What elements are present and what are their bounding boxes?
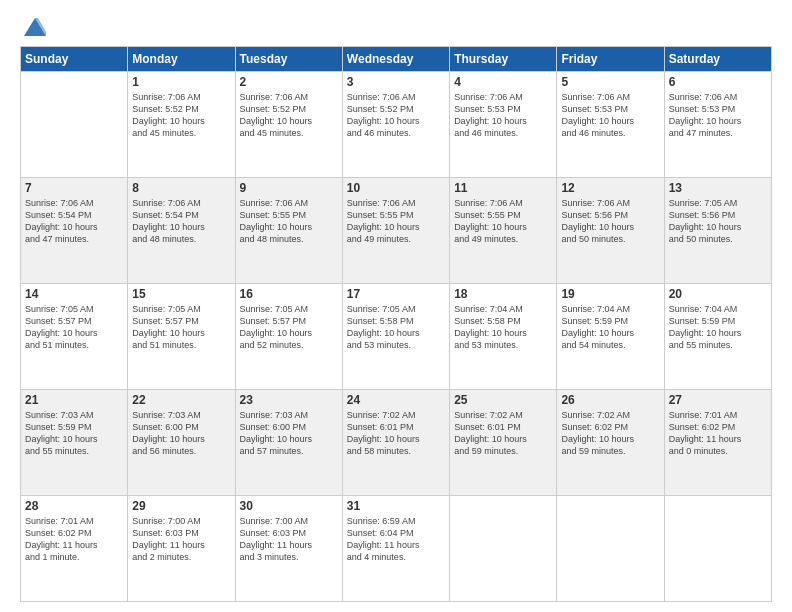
day-number: 27: [669, 393, 767, 407]
day-info: Sunrise: 7:06 AM Sunset: 5:53 PM Dayligh…: [669, 91, 767, 140]
header: [20, 18, 772, 36]
day-info: Sunrise: 7:05 AM Sunset: 5:57 PM Dayligh…: [25, 303, 123, 352]
weekday-sunday: Sunday: [21, 47, 128, 72]
calendar-cell: 17Sunrise: 7:05 AM Sunset: 5:58 PM Dayli…: [342, 284, 449, 390]
day-info: Sunrise: 7:05 AM Sunset: 5:57 PM Dayligh…: [132, 303, 230, 352]
week-row-1: 7Sunrise: 7:06 AM Sunset: 5:54 PM Daylig…: [21, 178, 772, 284]
day-number: 25: [454, 393, 552, 407]
day-info: Sunrise: 7:06 AM Sunset: 5:55 PM Dayligh…: [240, 197, 338, 246]
day-number: 28: [25, 499, 123, 513]
calendar-cell: [21, 72, 128, 178]
weekday-friday: Friday: [557, 47, 664, 72]
day-number: 23: [240, 393, 338, 407]
day-info: Sunrise: 7:04 AM Sunset: 5:58 PM Dayligh…: [454, 303, 552, 352]
day-info: Sunrise: 7:06 AM Sunset: 5:53 PM Dayligh…: [454, 91, 552, 140]
calendar-cell: 28Sunrise: 7:01 AM Sunset: 6:02 PM Dayli…: [21, 496, 128, 602]
day-number: 2: [240, 75, 338, 89]
calendar-cell: 25Sunrise: 7:02 AM Sunset: 6:01 PM Dayli…: [450, 390, 557, 496]
calendar-cell: 15Sunrise: 7:05 AM Sunset: 5:57 PM Dayli…: [128, 284, 235, 390]
weekday-thursday: Thursday: [450, 47, 557, 72]
day-number: 15: [132, 287, 230, 301]
weekday-saturday: Saturday: [664, 47, 771, 72]
calendar-cell: 27Sunrise: 7:01 AM Sunset: 6:02 PM Dayli…: [664, 390, 771, 496]
day-info: Sunrise: 7:05 AM Sunset: 5:56 PM Dayligh…: [669, 197, 767, 246]
calendar-cell: 4Sunrise: 7:06 AM Sunset: 5:53 PM Daylig…: [450, 72, 557, 178]
day-number: 29: [132, 499, 230, 513]
calendar-cell: 3Sunrise: 7:06 AM Sunset: 5:52 PM Daylig…: [342, 72, 449, 178]
day-info: Sunrise: 7:00 AM Sunset: 6:03 PM Dayligh…: [240, 515, 338, 564]
calendar-cell: 19Sunrise: 7:04 AM Sunset: 5:59 PM Dayli…: [557, 284, 664, 390]
day-number: 18: [454, 287, 552, 301]
day-info: Sunrise: 7:06 AM Sunset: 5:52 PM Dayligh…: [132, 91, 230, 140]
day-info: Sunrise: 7:02 AM Sunset: 6:02 PM Dayligh…: [561, 409, 659, 458]
day-number: 10: [347, 181, 445, 195]
day-info: Sunrise: 7:02 AM Sunset: 6:01 PM Dayligh…: [454, 409, 552, 458]
week-row-2: 14Sunrise: 7:05 AM Sunset: 5:57 PM Dayli…: [21, 284, 772, 390]
day-info: Sunrise: 7:04 AM Sunset: 5:59 PM Dayligh…: [561, 303, 659, 352]
day-info: Sunrise: 7:06 AM Sunset: 5:54 PM Dayligh…: [132, 197, 230, 246]
calendar-cell: 16Sunrise: 7:05 AM Sunset: 5:57 PM Dayli…: [235, 284, 342, 390]
day-number: 26: [561, 393, 659, 407]
day-number: 30: [240, 499, 338, 513]
day-number: 1: [132, 75, 230, 89]
day-number: 11: [454, 181, 552, 195]
day-info: Sunrise: 7:06 AM Sunset: 5:54 PM Dayligh…: [25, 197, 123, 246]
day-number: 5: [561, 75, 659, 89]
day-info: Sunrise: 7:00 AM Sunset: 6:03 PM Dayligh…: [132, 515, 230, 564]
calendar-cell: [450, 496, 557, 602]
day-number: 17: [347, 287, 445, 301]
calendar-cell: 10Sunrise: 7:06 AM Sunset: 5:55 PM Dayli…: [342, 178, 449, 284]
weekday-header-row: SundayMondayTuesdayWednesdayThursdayFrid…: [21, 47, 772, 72]
day-number: 9: [240, 181, 338, 195]
day-number: 13: [669, 181, 767, 195]
calendar-cell: 31Sunrise: 6:59 AM Sunset: 6:04 PM Dayli…: [342, 496, 449, 602]
day-info: Sunrise: 7:02 AM Sunset: 6:01 PM Dayligh…: [347, 409, 445, 458]
calendar-cell: 1Sunrise: 7:06 AM Sunset: 5:52 PM Daylig…: [128, 72, 235, 178]
day-number: 24: [347, 393, 445, 407]
calendar-cell: 6Sunrise: 7:06 AM Sunset: 5:53 PM Daylig…: [664, 72, 771, 178]
calendar-cell: 11Sunrise: 7:06 AM Sunset: 5:55 PM Dayli…: [450, 178, 557, 284]
calendar-table: SundayMondayTuesdayWednesdayThursdayFrid…: [20, 46, 772, 602]
calendar-cell: 22Sunrise: 7:03 AM Sunset: 6:00 PM Dayli…: [128, 390, 235, 496]
calendar-cell: 18Sunrise: 7:04 AM Sunset: 5:58 PM Dayli…: [450, 284, 557, 390]
calendar-cell: 7Sunrise: 7:06 AM Sunset: 5:54 PM Daylig…: [21, 178, 128, 284]
day-number: 14: [25, 287, 123, 301]
day-number: 6: [669, 75, 767, 89]
calendar-cell: 21Sunrise: 7:03 AM Sunset: 5:59 PM Dayli…: [21, 390, 128, 496]
calendar-cell: 24Sunrise: 7:02 AM Sunset: 6:01 PM Dayli…: [342, 390, 449, 496]
calendar-cell: 2Sunrise: 7:06 AM Sunset: 5:52 PM Daylig…: [235, 72, 342, 178]
calendar-cell: 30Sunrise: 7:00 AM Sunset: 6:03 PM Dayli…: [235, 496, 342, 602]
day-info: Sunrise: 6:59 AM Sunset: 6:04 PM Dayligh…: [347, 515, 445, 564]
day-number: 12: [561, 181, 659, 195]
day-info: Sunrise: 7:06 AM Sunset: 5:55 PM Dayligh…: [347, 197, 445, 246]
day-number: 16: [240, 287, 338, 301]
calendar-cell: [664, 496, 771, 602]
day-info: Sunrise: 7:06 AM Sunset: 5:52 PM Dayligh…: [347, 91, 445, 140]
weekday-monday: Monday: [128, 47, 235, 72]
day-info: Sunrise: 7:03 AM Sunset: 6:00 PM Dayligh…: [132, 409, 230, 458]
day-number: 4: [454, 75, 552, 89]
week-row-0: 1Sunrise: 7:06 AM Sunset: 5:52 PM Daylig…: [21, 72, 772, 178]
calendar-cell: 26Sunrise: 7:02 AM Sunset: 6:02 PM Dayli…: [557, 390, 664, 496]
day-info: Sunrise: 7:05 AM Sunset: 5:58 PM Dayligh…: [347, 303, 445, 352]
day-number: 20: [669, 287, 767, 301]
day-info: Sunrise: 7:06 AM Sunset: 5:55 PM Dayligh…: [454, 197, 552, 246]
day-number: 19: [561, 287, 659, 301]
day-number: 31: [347, 499, 445, 513]
day-number: 21: [25, 393, 123, 407]
calendar-cell: 8Sunrise: 7:06 AM Sunset: 5:54 PM Daylig…: [128, 178, 235, 284]
week-row-4: 28Sunrise: 7:01 AM Sunset: 6:02 PM Dayli…: [21, 496, 772, 602]
week-row-3: 21Sunrise: 7:03 AM Sunset: 5:59 PM Dayli…: [21, 390, 772, 496]
calendar-cell: 5Sunrise: 7:06 AM Sunset: 5:53 PM Daylig…: [557, 72, 664, 178]
logo-icon: [24, 18, 46, 36]
day-info: Sunrise: 7:06 AM Sunset: 5:56 PM Dayligh…: [561, 197, 659, 246]
logo: [20, 18, 46, 36]
day-number: 8: [132, 181, 230, 195]
day-info: Sunrise: 7:03 AM Sunset: 5:59 PM Dayligh…: [25, 409, 123, 458]
day-info: Sunrise: 7:05 AM Sunset: 5:57 PM Dayligh…: [240, 303, 338, 352]
day-info: Sunrise: 7:04 AM Sunset: 5:59 PM Dayligh…: [669, 303, 767, 352]
calendar-cell: [557, 496, 664, 602]
calendar-cell: 23Sunrise: 7:03 AM Sunset: 6:00 PM Dayli…: [235, 390, 342, 496]
calendar-cell: 13Sunrise: 7:05 AM Sunset: 5:56 PM Dayli…: [664, 178, 771, 284]
day-info: Sunrise: 7:01 AM Sunset: 6:02 PM Dayligh…: [25, 515, 123, 564]
